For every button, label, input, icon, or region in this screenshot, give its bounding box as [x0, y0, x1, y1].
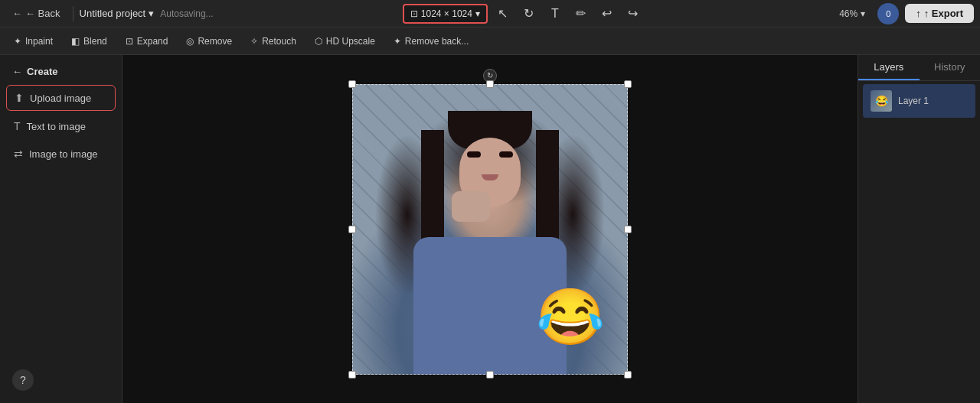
- project-name[interactable]: Untitled project ▾: [80, 8, 155, 19]
- undo-button[interactable]: ↩: [596, 3, 618, 24]
- right-tabs: Layers History: [858, 55, 980, 81]
- canvas-area[interactable]: ↻ 😂: [122, 55, 858, 403]
- autosave-label: Autosaving...: [160, 8, 213, 19]
- chevron-down-icon: ▾: [475, 8, 480, 19]
- redo-button[interactable]: ↪: [622, 3, 644, 24]
- inpaint-icon: ✦: [14, 36, 21, 47]
- history-tab[interactable]: History: [920, 55, 981, 80]
- handle-middle-left[interactable]: [348, 226, 356, 233]
- remove-bg-button[interactable]: ✦ Remove back...: [386, 33, 476, 50]
- emoji-overlay: 😂: [536, 289, 605, 344]
- blend-icon: ◧: [71, 36, 80, 47]
- help-button[interactable]: ?: [12, 369, 34, 391]
- export-button[interactable]: ↑ ↑ Export: [905, 4, 974, 23]
- remove-bg-icon: ✦: [394, 36, 401, 47]
- expand-icon: ⊡: [126, 36, 133, 47]
- main-content: ← Create ⬆ Upload image T Text to image …: [0, 55, 980, 403]
- top-bar-center: ⊡ 1024 × 1024 ▾ ↖ ↻ T ✏ ↩ ↪: [220, 3, 828, 24]
- layers-tab[interactable]: Layers: [858, 55, 920, 80]
- export-icon: ↑: [916, 8, 921, 19]
- rotate-icon: ↻: [487, 71, 493, 80]
- eye-left: [467, 151, 481, 158]
- hd-upscale-button[interactable]: ⬡ HD Upscale: [307, 33, 383, 50]
- top-bar-right: 46% ▾ 0 ↑ ↑ Export: [833, 3, 974, 24]
- chevron-down-icon: ▾: [149, 8, 154, 19]
- upload-image-button[interactable]: ⬆ Upload image: [6, 85, 116, 111]
- divider: [73, 6, 74, 21]
- retouch-button[interactable]: ✧ Retouch: [243, 33, 304, 50]
- rotate-tool-button[interactable]: ↻: [518, 3, 540, 24]
- top-bar: ← ← Back Untitled project ▾ Autosaving..…: [0, 0, 980, 28]
- create-icon: ←: [12, 66, 22, 77]
- handle-bottom-left[interactable]: [348, 371, 356, 379]
- handle-top-right[interactable]: [624, 80, 632, 88]
- canvas-size-button[interactable]: ⊡ 1024 × 1024 ▾: [403, 4, 488, 24]
- text-icon: T: [14, 120, 21, 132]
- chevron-down-icon: ▾: [861, 8, 865, 19]
- pen-tool-button[interactable]: ✏: [570, 3, 592, 24]
- top-bar-left: ← ← Back Untitled project ▾ Autosaving..…: [6, 5, 214, 22]
- remove-button[interactable]: ◎ Remove: [178, 33, 240, 50]
- create-header: ← Create: [6, 61, 116, 82]
- notification-button[interactable]: 0: [877, 3, 899, 24]
- canvas-container: ↻ 😂: [352, 84, 628, 375]
- text-tool-button[interactable]: T: [544, 3, 566, 24]
- layer-item[interactable]: 😂 Layer 1: [863, 84, 975, 118]
- handle-middle-right[interactable]: [624, 226, 632, 233]
- handle-bottom-right[interactable]: [624, 371, 632, 379]
- crop-icon: ⊡: [410, 8, 418, 19]
- handle-top-middle[interactable]: [486, 80, 494, 88]
- bottom-help: ?: [6, 363, 116, 397]
- layer-name: Layer 1: [898, 96, 929, 106]
- handle-bottom-middle[interactable]: [486, 371, 494, 379]
- image-icon: ⇄: [14, 148, 23, 160]
- right-sidebar: Layers History 😂 Layer 1: [858, 55, 980, 403]
- inpaint-button[interactable]: ✦ Inpaint: [6, 33, 60, 50]
- retouch-icon: ✧: [250, 36, 258, 47]
- blend-button[interactable]: ◧ Blend: [64, 33, 115, 50]
- left-sidebar: ← Create ⬆ Upload image T Text to image …: [0, 55, 122, 403]
- back-icon: ←: [12, 8, 22, 19]
- back-button[interactable]: ← ← Back: [6, 5, 67, 22]
- zoom-control[interactable]: 46% ▾: [833, 5, 871, 22]
- secondary-toolbar: ✦ Inpaint ◧ Blend ⊡ Expand ◎ Remove ✧ Re…: [0, 28, 980, 55]
- remove-icon: ◎: [186, 36, 194, 47]
- eye-right: [499, 151, 513, 158]
- handle-top-left[interactable]: [348, 80, 356, 88]
- expand-button[interactable]: ⊡ Expand: [118, 33, 176, 50]
- move-tool-button[interactable]: ↖: [492, 3, 514, 24]
- upload-icon: ⬆: [15, 92, 24, 104]
- hand: [452, 191, 490, 222]
- canvas-image: 😂: [352, 84, 628, 375]
- back-label: ← Back: [25, 8, 60, 19]
- image-to-image-button[interactable]: ⇄ Image to image: [6, 141, 116, 166]
- layer-thumbnail: 😂: [871, 90, 892, 112]
- text-to-image-button[interactable]: T Text to image: [6, 114, 116, 138]
- hd-icon: ⬡: [315, 36, 322, 47]
